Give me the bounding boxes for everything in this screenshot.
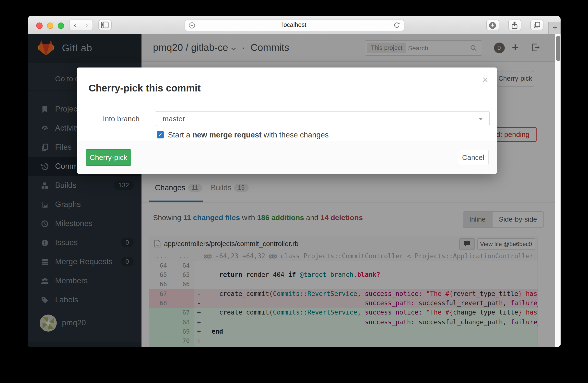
modal-title: Cherry-pick this commit bbox=[89, 83, 201, 94]
back-button[interactable]: ‹ bbox=[69, 19, 81, 30]
sidebar-toggle-button[interactable] bbox=[98, 19, 111, 30]
modal-footer: Cherry-pick Cancel bbox=[77, 141, 497, 174]
modal-header-divider bbox=[77, 103, 497, 103]
cancel-button[interactable]: Cancel bbox=[458, 150, 489, 166]
downloads-button[interactable] bbox=[486, 19, 499, 30]
address-bar[interactable]: localhost bbox=[184, 19, 404, 31]
url-text: localhost bbox=[185, 20, 404, 30]
browser-window: ‹ › localhost bbox=[28, 15, 561, 346]
close-window-button[interactable] bbox=[36, 22, 42, 29]
checkbox-label-bold: new merge request bbox=[192, 131, 262, 139]
close-icon[interactable]: × bbox=[483, 75, 488, 86]
download-icon bbox=[489, 21, 496, 29]
scrollbar-track[interactable] bbox=[554, 34, 561, 346]
reader-icon[interactable] bbox=[188, 22, 195, 31]
tab-overview-button[interactable] bbox=[530, 19, 543, 30]
select-caret-icon bbox=[479, 118, 483, 121]
branch-select-value: master bbox=[163, 115, 185, 123]
screen: ‹ › localhost bbox=[0, 0, 588, 383]
reload-icon[interactable] bbox=[393, 21, 400, 31]
tabs-icon bbox=[533, 21, 540, 29]
new-mr-checkbox-label[interactable]: Start a new merge request with these cha… bbox=[168, 131, 329, 140]
share-icon bbox=[511, 21, 518, 29]
into-branch-label: Into branch bbox=[77, 115, 140, 123]
web-page: GitLab Go to dashboard ProjectActivityFi… bbox=[28, 34, 561, 346]
checkbox-label-suffix: with these changes bbox=[262, 131, 329, 139]
branch-select[interactable]: master bbox=[156, 111, 490, 126]
cherry-pick-modal: Cherry-pick this commit × Into branch ma… bbox=[77, 68, 497, 174]
new-mr-checkbox[interactable]: ✓ bbox=[157, 131, 164, 139]
new-tab-button[interactable]: + bbox=[548, 22, 561, 34]
share-button[interactable] bbox=[508, 19, 521, 30]
browser-toolbar: ‹ › localhost bbox=[28, 15, 561, 35]
minimize-window-button[interactable] bbox=[47, 22, 53, 29]
cherry-pick-submit-button[interactable]: Cherry-pick bbox=[86, 150, 131, 166]
checkbox-label-prefix: Start a bbox=[168, 131, 192, 139]
zoom-window-button[interactable] bbox=[58, 22, 64, 29]
scrollbar-thumb[interactable] bbox=[556, 36, 560, 61]
sidebar-icon bbox=[101, 21, 109, 28]
forward-button[interactable]: › bbox=[81, 19, 93, 30]
